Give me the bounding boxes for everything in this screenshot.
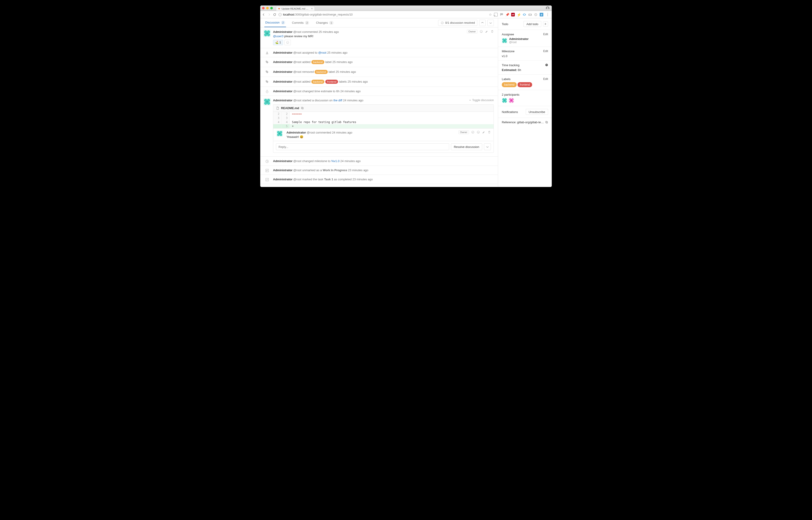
gitlab-favicon: [278, 7, 280, 10]
svg-point-11: [267, 52, 268, 53]
owner-badge: Owner: [458, 130, 469, 134]
copy-path-icon[interactable]: [301, 107, 304, 109]
avatar[interactable]: [263, 98, 271, 105]
star-icon[interactable]: ☆: [489, 12, 492, 17]
activity-stream: Owner Administrator @root commented 25 m…: [260, 27, 498, 187]
check-square-icon: [265, 178, 269, 181]
participants-title: 2 participants: [502, 93, 548, 96]
sb-time-tracking: ? Time tracking Estimated: 6h: [498, 61, 552, 75]
milestone-link[interactable]: %v1.0: [331, 159, 339, 163]
edit-milestone-link[interactable]: Edit: [543, 50, 548, 53]
nav-reload-button[interactable]: [273, 13, 276, 16]
avatar[interactable]: [263, 30, 271, 37]
sb-labels-title: Labels: [502, 77, 548, 81]
user-mention[interactable]: @user3: [273, 34, 283, 38]
add-reaction-button[interactable]: [284, 40, 291, 45]
chrome-menu-icon[interactable]: ⋮: [545, 12, 550, 17]
edit-assignee-link[interactable]: Edit: [543, 33, 548, 36]
ext-ublock-icon[interactable]: u0: [511, 13, 515, 17]
ext-gear-icon[interactable]: [534, 13, 538, 17]
reaction-chip[interactable]: ⛳1: [273, 40, 283, 45]
trash-icon[interactable]: [491, 30, 494, 33]
label-pill[interactable]: backend: [314, 70, 328, 74]
sb-tt-title: Time tracking: [502, 63, 548, 67]
avatar[interactable]: [276, 130, 283, 137]
prev-discussion-button[interactable]: [479, 20, 485, 26]
traffic-zoom[interactable]: [270, 7, 273, 9]
label-pill[interactable]: backend: [311, 60, 325, 64]
tab-commits-count: 2: [305, 21, 309, 25]
macos-titlebar: Update README.md (!10) · Me ×: [260, 5, 552, 11]
svg-point-20: [478, 132, 478, 132]
diff-container: README.md 22====== 33 44Sample repo for …: [273, 104, 494, 153]
system-note-unmark-wip: Administrator @root unmarked as a Work I…: [260, 165, 498, 175]
ext-cast-icon[interactable]: [494, 13, 498, 17]
pencil-icon[interactable]: [482, 131, 485, 134]
ext-lightning-icon[interactable]: ⚡: [517, 13, 521, 17]
reply-row: Resolve discussion: [273, 141, 494, 153]
tab-commits[interactable]: Commits 2: [291, 18, 310, 27]
system-note-labels-added: Administrator @root added backend fronte…: [260, 77, 498, 86]
label-pill[interactable]: frontend: [325, 80, 338, 84]
next-discussion-button[interactable]: [487, 20, 494, 26]
ext-pushpin-icon[interactable]: 📌: [505, 13, 509, 17]
emoji-icon[interactable]: [480, 30, 483, 33]
trash-icon[interactable]: [488, 131, 491, 134]
collapse-sidebar-button[interactable]: [543, 22, 548, 26]
ext-camera-icon[interactable]: [528, 13, 532, 17]
copy-reference-icon[interactable]: [545, 121, 548, 124]
tab-changes[interactable]: Changes 1: [315, 18, 334, 27]
traffic-minimize[interactable]: [266, 7, 269, 9]
tab-commits-label: Commits: [292, 21, 304, 24]
ext-chat-icon[interactable]: [500, 13, 503, 17]
jump-next-button[interactable]: [484, 144, 491, 150]
tab-title: Update README.md (!10) · Me: [281, 7, 309, 10]
site-info-icon[interactable]: i: [279, 13, 282, 16]
toggle-discussion-button[interactable]: Toggle discussion: [469, 99, 494, 102]
chrome-profile-icon[interactable]: [546, 6, 550, 10]
time-tracking-help-icon[interactable]: ?: [545, 63, 548, 67]
browser-tab[interactable]: Update README.md (!10) · Me ×: [276, 6, 315, 11]
check-circle-icon[interactable]: [471, 131, 474, 134]
tag-icon: [265, 70, 269, 74]
emoji-icon[interactable]: [477, 131, 480, 134]
milestone-value[interactable]: v1.0: [502, 54, 548, 58]
url-text: localhost:3000/gitlab-org/gitlab-test/me…: [283, 13, 353, 16]
resolve-discussion-button[interactable]: Resolve discussion: [451, 144, 482, 150]
svg-point-1: [529, 14, 531, 15]
svg-point-7: [481, 31, 482, 31]
diff-lines: 22====== 33 44Sample repo for testing gi…: [273, 112, 494, 128]
sb-milestone-title: Milestone: [502, 50, 548, 53]
assignee-name[interactable]: Administrator: [509, 37, 529, 41]
assignee-avatar[interactable]: [502, 38, 507, 43]
ext-d-icon[interactable]: d: [540, 13, 543, 17]
tab-close-icon[interactable]: ×: [311, 7, 313, 10]
label-pill[interactable]: backend: [502, 82, 516, 87]
assignee-link[interactable]: @root: [318, 51, 327, 54]
tab-discussion[interactable]: Discussion 2: [264, 18, 286, 27]
svg-point-19: [477, 131, 480, 133]
traffic-close[interactable]: [262, 7, 264, 9]
system-note-label-removed: Administrator @root removed backend labe…: [260, 67, 498, 77]
edit-labels-link[interactable]: Edit: [543, 77, 548, 81]
resolved-text: 0/1 discussion resolved: [445, 21, 475, 24]
participant-avatar[interactable]: [502, 98, 507, 103]
svg-point-6: [481, 31, 481, 31]
add-todo-button[interactable]: Add todo: [524, 21, 541, 27]
diff-link[interactable]: the diff: [333, 99, 342, 102]
reply-input[interactable]: [276, 144, 449, 150]
system-note-label-added: Administrator @root added backend label …: [260, 57, 498, 67]
unsubscribe-button[interactable]: Unsubscribe: [526, 109, 548, 115]
sb-assignee: Edit Assignee Administrator@root: [498, 30, 552, 47]
participant-avatar[interactable]: [509, 98, 514, 103]
ext-eye-icon[interactable]: [523, 13, 526, 17]
nav-back-button[interactable]: [262, 13, 265, 16]
address-bar[interactable]: i localhost:3000/gitlab-org/gitlab-test/…: [279, 13, 486, 16]
tab-discussion-label: Discussion: [265, 21, 280, 24]
label-pill[interactable]: frontend: [517, 82, 532, 87]
sb-notifications: Notifications Unsubscribe: [498, 106, 552, 118]
label-pill[interactable]: backend: [311, 80, 325, 84]
diff-filename: README.md: [281, 106, 299, 110]
pencil-icon[interactable]: [485, 30, 488, 33]
comment-note: Owner Administrator @root commented 25 m…: [260, 27, 498, 48]
